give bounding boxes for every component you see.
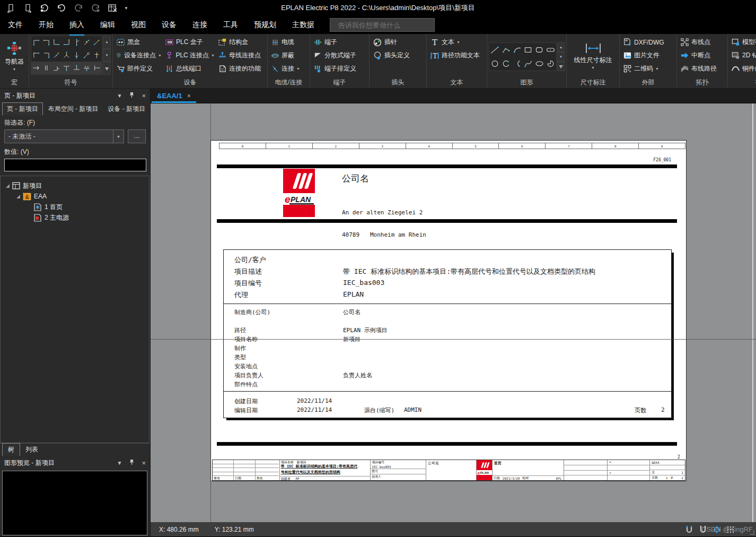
menu-tab-file[interactable]: 文件	[0, 16, 31, 34]
menu-tab-edit[interactable]: 编辑	[92, 16, 123, 34]
tree-item-page-1[interactable]: 1 首页	[1, 202, 149, 212]
gallery-up-icon[interactable]: ▲	[103, 36, 111, 49]
graphic-thumb-polyline[interactable]	[500, 43, 512, 57]
bus-port-button[interactable]: 总线端口	[163, 62, 216, 75]
tab-devices[interactable]: 设备 - 新项目	[103, 103, 150, 115]
document-tab[interactable]: &EAA/1 ×	[151, 89, 197, 103]
symbol-thumb[interactable]	[72, 49, 82, 62]
graphic-thumb-spline[interactable]	[523, 57, 534, 71]
symbol-thumb[interactable]	[61, 36, 72, 49]
tree-item-project[interactable]: 新项目	[1, 180, 149, 191]
model-view-button[interactable]: 模型视图	[729, 36, 756, 49]
search-box[interactable]	[330, 18, 435, 32]
drill-view-2d-button[interactable]: 2D 钻孔视图	[729, 49, 756, 62]
path-function-text-button[interactable]: T 路径功能文本	[428, 49, 481, 62]
plc-box-button[interactable]: PLC 盒子	[163, 36, 216, 49]
tree-item-page-2[interactable]: 2 主电源	[1, 212, 149, 223]
shielding-button[interactable]: 屏蔽	[269, 49, 302, 62]
symbol-thumb[interactable]	[72, 62, 82, 74]
copper-unfold-button[interactable]: 铜件的展开图	[729, 62, 756, 75]
value-input[interactable]	[4, 159, 146, 171]
dropdown-icon[interactable]: ▼	[655, 67, 659, 71]
busbar-connection-point-button[interactable]: 母线连接点	[216, 49, 266, 62]
gallery-more-icon[interactable]: ▬▼	[103, 62, 111, 75]
undo-icon[interactable]	[56, 3, 67, 13]
navigator-dropdown-icon[interactable]: ▼	[13, 67, 16, 71]
dropdown-icon[interactable]: ▼	[158, 54, 162, 57]
panel-menu-icon[interactable]: ▼	[117, 460, 122, 466]
gallery-more-icon[interactable]: ▬▼	[557, 62, 565, 71]
panel-menu-icon[interactable]: ▼	[117, 93, 122, 99]
linear-dimension-button[interactable]: 线性尺寸标注 ▼	[568, 36, 618, 76]
filter-dropdown[interactable]: - 未激活 - ▼	[4, 129, 124, 143]
plug-definition-button[interactable]: 插头定义	[371, 49, 411, 62]
expander-icon[interactable]	[6, 184, 10, 188]
menu-tab-start[interactable]: 开始	[31, 16, 61, 34]
symbol-thumb[interactable]	[31, 36, 41, 49]
symbol-thumb[interactable]	[61, 49, 72, 62]
interruption-point-button[interactable]: 中断点	[679, 49, 718, 62]
graphic-thumb-line[interactable]	[489, 43, 500, 57]
dropdown-icon[interactable]: ▼	[296, 67, 300, 71]
black-box-button[interactable]: 黑盒	[115, 36, 163, 49]
tab-layout-space[interactable]: 布局空间 - 新项目	[44, 103, 103, 115]
symbol-thumb[interactable]	[82, 62, 92, 74]
redo-list-icon[interactable]	[90, 3, 101, 13]
menu-tab-connection[interactable]: 连接	[184, 16, 215, 34]
close-icon[interactable]: ×	[142, 459, 146, 467]
symbol-thumb[interactable]	[51, 62, 61, 74]
search-input[interactable]	[338, 21, 432, 29]
symbol-thumb[interactable]	[61, 62, 72, 74]
page-back-icon[interactable]	[5, 3, 16, 13]
symbol-thumb[interactable]	[92, 49, 102, 62]
symbol-thumb-selected[interactable]	[31, 62, 41, 74]
graphic-thumb-rectangle[interactable]	[523, 43, 534, 57]
symbol-thumb[interactable]	[41, 36, 51, 49]
expander-icon[interactable]	[16, 195, 20, 198]
connected-function-button[interactable]: 连接的功能	[216, 62, 266, 75]
device-connection-point-button[interactable]: 设备连接点▼	[115, 49, 163, 62]
terminal-button[interactable]: 端子	[312, 36, 358, 49]
menu-tab-preplanning[interactable]: 预规划	[246, 16, 284, 34]
pin-icon[interactable]	[129, 92, 135, 99]
menu-tab-insert[interactable]: 插入	[61, 16, 92, 34]
symbol-thumb[interactable]	[72, 36, 82, 49]
distributed-terminal-button[interactable]: 分散式端子	[312, 49, 358, 62]
close-icon[interactable]: ×	[142, 92, 146, 100]
plug-pin-button[interactable]: 插针	[371, 36, 411, 49]
symbol-thumb[interactable]	[31, 49, 41, 62]
pin-icon[interactable]	[129, 459, 135, 466]
tab-tree[interactable]: 树	[2, 443, 20, 456]
tab-close-icon[interactable]: ×	[187, 92, 191, 100]
graphic-thumb-ellipse[interactable]	[534, 57, 545, 71]
symbol-thumb[interactable]	[51, 49, 61, 62]
gallery-down-icon[interactable]: ▼	[103, 49, 111, 62]
plc-connection-point-button[interactable]: PLC 连接点▼	[163, 49, 216, 62]
symbol-thumb[interactable]	[92, 62, 102, 74]
tree-item-structure-eaa[interactable]: & EAA	[1, 191, 149, 202]
routing-path-button[interactable]: 布线路径	[679, 62, 718, 75]
graphic-thumb-circle[interactable]	[489, 57, 500, 71]
navigator-button[interactable]: 导航器 ▼	[2, 36, 27, 76]
close-project-icon[interactable]	[107, 3, 118, 13]
symbol-thumb[interactable]	[51, 36, 61, 49]
structure-box-button[interactable]: 结构盒	[216, 36, 266, 49]
graphic-thumb-slot[interactable]	[545, 43, 556, 57]
graphic-thumb-pie[interactable]	[545, 57, 556, 71]
gallery-up-icon[interactable]: ▲	[557, 42, 565, 52]
image-file-button[interactable]: 图片文件	[621, 49, 666, 62]
symbol-thumb[interactable]	[92, 36, 102, 49]
graphic-thumb-arc[interactable]	[512, 43, 523, 57]
tab-pages[interactable]: 页 - 新项目	[2, 102, 43, 115]
text-button[interactable]: T 文本▼	[428, 36, 481, 49]
cable-button[interactable]: 电缆	[269, 36, 302, 49]
gallery-down-icon[interactable]: ▼	[557, 52, 565, 62]
terminal-strip-definition-button[interactable]: 端子排定义	[312, 62, 358, 75]
symbol-thumb[interactable]	[82, 49, 92, 62]
dropdown-icon[interactable]: ▼	[456, 40, 460, 44]
qat-dropdown-icon[interactable]: ▼	[124, 6, 128, 11]
graphic-thumb-arc-circle[interactable]	[500, 57, 512, 71]
redo-icon[interactable]	[73, 3, 84, 13]
dxf-dwg-button[interactable]: DXF/DWG	[621, 36, 666, 49]
menu-tab-tools[interactable]: 工具	[215, 16, 246, 34]
